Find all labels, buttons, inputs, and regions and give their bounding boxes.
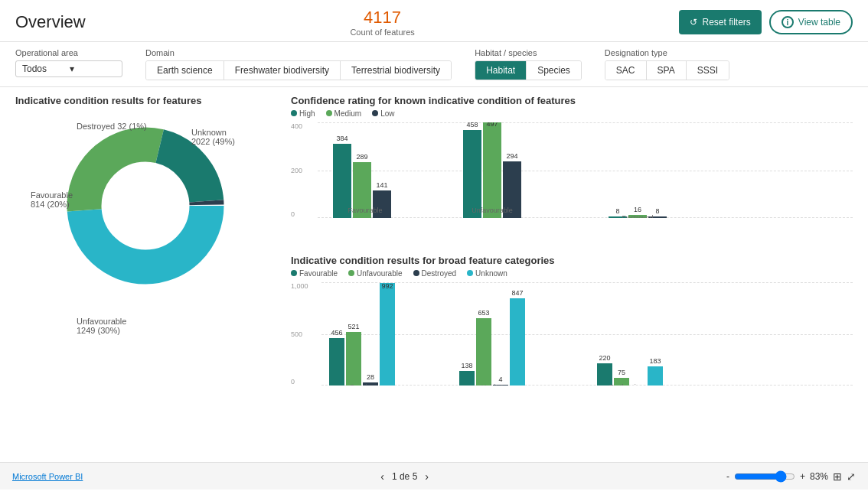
domain-label: Domain (145, 48, 452, 57)
donut-title: Indicative condition results for feature… (15, 95, 276, 106)
page-indicator: 1 de 5 (392, 471, 417, 482)
svg-rect-35 (459, 371, 475, 386)
tab-spa[interactable]: SPA (647, 61, 687, 80)
svg-rect-41 (510, 298, 525, 386)
designation-tabs: SAC SPA SSSI (605, 60, 729, 80)
svg-text:4: 4 (498, 376, 502, 383)
svg-rect-12 (463, 130, 481, 218)
fit-page-icon[interactable]: ⊞ (833, 470, 842, 483)
y-label-400: 400 (291, 122, 302, 130)
svg-text:220: 220 (599, 354, 610, 362)
prev-page-button[interactable]: ‹ (380, 470, 384, 483)
svg-text:138: 138 (461, 362, 472, 369)
svg-text:992: 992 (381, 282, 393, 290)
label-favourable: Favourable814 (20%) (31, 190, 73, 209)
legend-unfavourable: Unfavourable (348, 269, 402, 278)
broad-bars: 456 521 28 992 Species 138 653 4 (321, 282, 758, 386)
svg-rect-44 (597, 363, 612, 386)
broad-title: Indicative condition results for broad f… (291, 255, 853, 266)
view-table-button[interactable]: i View table (769, 10, 853, 34)
svg-text:16: 16 (634, 206, 641, 213)
svg-text:141: 141 (376, 181, 387, 189)
svg-text:294: 294 (506, 152, 517, 160)
svg-text:847: 847 (511, 289, 523, 297)
svg-rect-28 (346, 332, 361, 386)
label-destroyed: Destroyed 32 (1%) (77, 122, 147, 131)
svg-rect-37 (476, 318, 491, 386)
count-block: 4117 Count of features (350, 8, 414, 37)
legend-favourable: Favourable (291, 269, 338, 278)
svg-text:183: 183 (649, 357, 661, 365)
main-content: Indicative condition results for feature… (0, 87, 868, 462)
left-panel: Indicative condition results for feature… (15, 95, 276, 454)
y-label-0b: 0 (291, 378, 308, 386)
expand-icon[interactable]: ⤢ (847, 470, 856, 483)
tab-habitat[interactable]: Habitat (475, 61, 527, 80)
info-icon: i (782, 16, 794, 28)
domain-filter: Domain Earth science Freshwater biodiver… (145, 48, 452, 80)
y-label-200: 200 (291, 167, 302, 174)
powerbi-link[interactable]: Microsoft Power BI (12, 472, 83, 481)
confidence-section: Confidence rating for known indicative c… (291, 95, 853, 241)
y-label-1000: 1,000 (291, 282, 308, 290)
top-buttons: ↺ Reset filters i View table (679, 10, 853, 34)
designation-label: Designation type (605, 48, 729, 57)
svg-rect-14 (483, 122, 501, 218)
svg-text:28: 28 (367, 373, 374, 381)
svg-text:Species: Species (350, 383, 375, 386)
confidence-legend: High Medium Low (291, 109, 853, 118)
svg-text:289: 289 (356, 153, 367, 161)
svg-text:8: 8 (655, 207, 659, 215)
svg-text:497: 497 (486, 122, 498, 128)
domain-tabs: Earth science Freshwater biodiversity Te… (145, 60, 452, 80)
tab-freshwater[interactable]: Freshwater biodiversity (224, 61, 341, 80)
tab-sssi[interactable]: SSSI (687, 61, 729, 80)
svg-text:Habitat: Habitat (481, 383, 504, 386)
zoom-value: 83% (810, 471, 828, 482)
right-panel: Confidence rating for known indicative c… (291, 95, 853, 454)
habitat-filter: Habitat / species Habitat Species (475, 48, 582, 80)
svg-point-4 (103, 164, 188, 248)
chevron-down-icon: ▾ (70, 63, 74, 74)
donut-chart (61, 122, 230, 290)
legend-high: High (291, 109, 315, 118)
label-unknown: Unknown2022 (49%) (191, 128, 235, 146)
legend-destroyed: Destroyed (413, 269, 457, 278)
svg-text:Destroyed: Destroyed (622, 214, 653, 218)
svg-text:653: 653 (478, 309, 489, 317)
svg-text:456: 456 (331, 329, 342, 337)
top-bar: Overview 4117 Count of features ↺ Reset … (0, 0, 868, 42)
feature-count: 4117 (350, 8, 414, 28)
confidence-bars: 384 289 141 Favourable 458 497 294 Unfav… (318, 122, 746, 218)
svg-text:Unfavourable: Unfavourable (472, 207, 513, 214)
page-title: Overview (15, 12, 86, 32)
reset-filters-button[interactable]: ↺ Reset filters (679, 10, 761, 34)
tab-terrestrial[interactable]: Terrestrial biodiversity (341, 61, 451, 80)
svg-text:384: 384 (336, 135, 348, 142)
zoom-plus[interactable]: + (800, 471, 805, 482)
svg-text:Earth science: Earth science (609, 383, 651, 386)
tab-species[interactable]: Species (527, 61, 581, 80)
tab-sac[interactable]: SAC (605, 61, 647, 80)
operational-area-select[interactable]: Todos ▾ (15, 60, 122, 77)
y-label-0: 0 (291, 210, 302, 218)
reset-icon: ↺ (690, 17, 697, 28)
habitat-label: Habitat / species (475, 48, 582, 57)
zoom-minus[interactable]: - (726, 471, 729, 482)
zoom-bar: - + 83% ⊞ ⤢ (726, 470, 856, 483)
tab-earth-science[interactable]: Earth science (146, 61, 224, 80)
operational-area-label: Operational area (15, 48, 122, 57)
count-label: Count of features (350, 28, 414, 37)
habitat-tabs: Habitat Species (475, 60, 582, 80)
confidence-title: Confidence rating for known indicative c… (291, 95, 853, 106)
next-page-button[interactable]: › (425, 470, 429, 483)
designation-filter: Designation type SAC SPA SSSI (605, 48, 729, 80)
svg-text:75: 75 (618, 369, 625, 376)
operational-area-filter: Operational area Todos ▾ (15, 48, 122, 77)
broad-legend: Favourable Unfavourable Destroyed Unknow… (291, 269, 853, 278)
legend-medium: Medium (326, 109, 362, 118)
svg-rect-32 (380, 283, 395, 386)
broad-section: Indicative condition results for broad f… (291, 255, 853, 408)
zoom-slider[interactable] (734, 470, 795, 483)
bottom-bar: Microsoft Power BI ‹ 1 de 5 › - + 83% ⊞ … (0, 462, 868, 490)
